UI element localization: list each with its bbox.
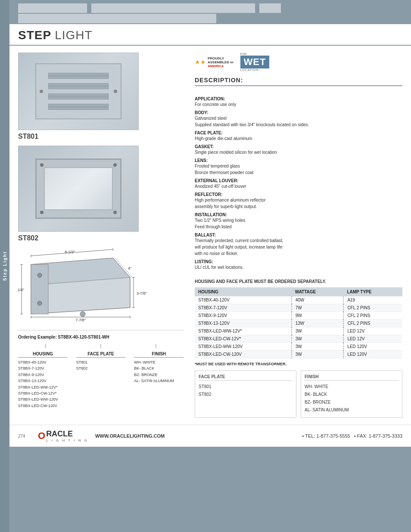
header-bar-full	[18, 14, 216, 23]
main-content: ST801 ST802	[9, 46, 411, 425]
svg-text:7-7/8": 7-7/8"	[75, 318, 86, 322]
finish-col-header: FINISH	[134, 352, 184, 358]
logo-racle-wrap: RACLE L I G H T I N G	[46, 429, 88, 442]
flat-dot-br	[113, 211, 117, 214]
header-bar	[9, 0, 411, 13]
housing-table: HOUSING WATTAGE LAMP TYPE ST8BX-40-120V4…	[195, 287, 402, 358]
description-section: APPLICATION: For concrete use only BODY:…	[195, 90, 402, 274]
assembled-badge: ★★ PROUDLY ASSEMBLED in AMERICA	[195, 56, 234, 68]
table-row: ST8BX-40-120V40WA19	[195, 296, 402, 304]
fp-finish-section: FACE PLATE ST801 ST802 FINISH WH- WHITE …	[195, 370, 402, 418]
finish-item-bk: BK- BLACK	[305, 391, 399, 398]
svg-point-3	[37, 273, 42, 277]
header-tab-3	[259, 3, 281, 13]
connector-3: |	[133, 344, 179, 348]
table-cell: CFL 2 PINS	[343, 312, 402, 320]
table-cell: ST8BX-13-120V	[195, 320, 292, 327]
svg-text:4": 4"	[128, 266, 131, 271]
description-title: DESCRIPTION:	[195, 77, 402, 86]
logo-o: O	[38, 430, 45, 442]
svg-text:3-1/4": 3-1/4"	[18, 288, 24, 292]
table-cell: 7W	[292, 304, 344, 312]
footer-website: WWW.ORACLELIGHTING.COM	[95, 433, 165, 439]
ballast-label: BALLAST:	[195, 233, 402, 237]
flat-dot-bl	[40, 211, 44, 214]
table-cell: ST8BX-LED-CW-120V	[195, 351, 292, 358]
application-label: APPLICATION:	[195, 96, 402, 101]
ordering-example-label: Ordering Example: ST8BX-40-120-ST801-WH	[18, 335, 184, 339]
flat-lens	[44, 167, 113, 210]
finish-item-3: BZ- BRONZE	[134, 372, 184, 378]
table-cell: 13W	[292, 320, 344, 327]
table-cell: 40W	[292, 296, 344, 304]
housing-item-7: ST8BX-LED-WW-120V	[18, 396, 68, 402]
page: Step Light STEP LIGHT	[0, 0, 411, 532]
louver-line-1	[48, 73, 109, 79]
ordering-col-finish: FINISH WH- WHITE BK- BLACK BZ- BRONZE AL…	[134, 352, 184, 409]
finish-item-1: WH- WHITE	[134, 359, 184, 365]
table-cell: ST8BX-40-120V	[195, 296, 292, 304]
installation-text: Two 1/2" NPS wiring holesFeed through li…	[195, 217, 402, 230]
dimension-drawing: 8-1/2" 4" 3-7/8" 7-7/8"	[18, 247, 147, 325]
finish-col: FINISH WH- WHITE BK- BLACK BZ- BRONZE AL…	[301, 370, 402, 418]
side-tab-label: Step Light	[3, 251, 7, 281]
table-row: ST8BX-LED-WW-120V3WLED 120V	[195, 343, 402, 351]
housing-item-3: ST8BX-9-120V	[18, 372, 68, 378]
table-cell: ST8BX-LED-WW-12V*	[195, 327, 292, 335]
svg-rect-2	[31, 264, 48, 314]
for-label: FOR	[240, 53, 247, 56]
table-row: ST8BX-LED-WW-12V*3WLED 12V	[195, 327, 402, 335]
footer-logo: O RACLE L I G H T I N G	[38, 429, 88, 442]
ordering-section: Ordering Example: ST8BX-40-120-ST801-WH …	[18, 330, 184, 409]
assembled-text: PROUDLY ASSEMBLED in AMERICA	[208, 56, 234, 68]
connector-1: |	[22, 344, 69, 348]
louver-dot-left	[40, 90, 43, 93]
header-tab-1	[18, 3, 87, 13]
faceplate-label: FACE PLATE:	[195, 131, 402, 135]
logo-subtitle: L I G H T I N G	[46, 439, 88, 442]
finish-item-bz: BZ- BRONZE	[305, 398, 399, 406]
st802-label: ST802	[18, 234, 184, 242]
listing-label: LISTING:	[195, 259, 402, 264]
ext-louver-text: Anodized 45" cut-off louver	[195, 184, 246, 189]
footer-page-number: 274	[18, 434, 31, 439]
lens-text: Frosted tempered glassBronze thermoset p…	[195, 163, 402, 176]
wet-badge-area: FOR WET LOCATION	[240, 53, 270, 72]
dimension-svg: 8-1/2" 4" 3-7/8" 7-7/8"	[18, 247, 147, 325]
housing-table-header-lamptype: LAMP TYPE	[343, 287, 402, 296]
finish-item-al: AL- SATIN ALUMINUM	[305, 406, 399, 414]
left-column: ST801 ST802	[9, 46, 190, 425]
footer: 274 O RACLE L I G H T I N G WWW.ORACLELI…	[9, 425, 411, 447]
st801-image	[18, 53, 139, 130]
st801-label: ST801	[18, 133, 184, 140]
table-row: ST8BX-13-120V13WCFL 2 PINS	[195, 320, 402, 327]
title-area: STEP LIGHT	[9, 24, 411, 45]
gasket-label: GASKET:	[195, 144, 402, 149]
svg-point-5	[80, 311, 85, 317]
body-label: BODY:	[195, 110, 402, 115]
table-cell: LED 120V	[343, 351, 402, 358]
faceplate-item-1: ST801	[76, 359, 126, 365]
side-tab: Step Light	[0, 0, 9, 532]
header-row2	[9, 13, 411, 24]
housing-table-header-wattage: WATTAGE	[292, 287, 344, 296]
table-cell: 3W	[292, 327, 344, 335]
ballast-text: Thermally protected, current controlled …	[195, 237, 402, 257]
reflector-text: High performance aluminum reflectorassem…	[195, 197, 402, 210]
housing-col-header: HOUSING	[18, 352, 68, 358]
finish-item-4: AL- SATIN ALUMINUM	[134, 378, 184, 384]
ext-louver-label: EXTERNAL LOUVER:	[195, 178, 402, 183]
table-cell: 3W	[292, 351, 344, 358]
svg-text:3-7/8": 3-7/8"	[137, 291, 147, 296]
housing-note: HOUSING AND FACE PLATE MUST BE ORDERED S…	[195, 279, 402, 284]
face-plate-item-1: ST801	[199, 383, 293, 391]
svg-point-4	[37, 301, 42, 305]
table-cell: ST8BX-7-120V	[195, 304, 292, 312]
must-note: *MUST BE USED WITH REMOTE TRANSFORMER.	[195, 362, 402, 366]
title-step: STEP	[18, 28, 51, 42]
ordering-col-faceplate: FACE PLATE ST801 ST802	[76, 352, 126, 409]
housing-item-4: ST8BX-13-120V	[18, 378, 68, 384]
table-cell: LED 120V	[343, 343, 402, 351]
table-cell: LED 12V	[343, 327, 402, 335]
logo-racle: RACLE	[46, 429, 88, 439]
